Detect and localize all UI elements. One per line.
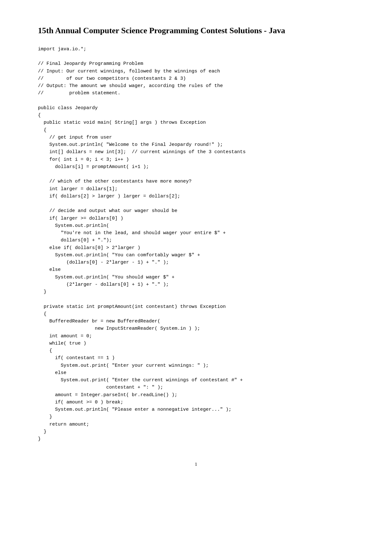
code-content: import java.io.*; // Final Jeopardy Prog… [38,46,354,443]
page-title: 15th Annual Computer Science Programming… [38,25,354,36]
page-number: 1 [38,462,354,467]
